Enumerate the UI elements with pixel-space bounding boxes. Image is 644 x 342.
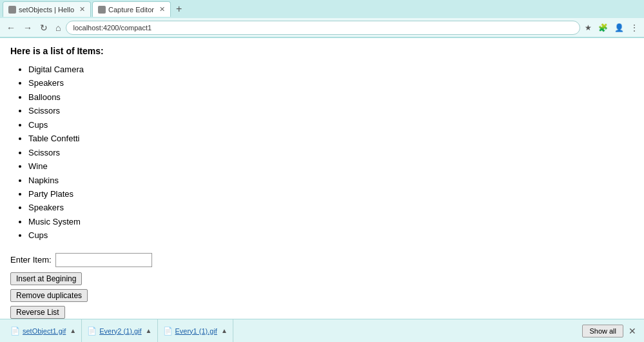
nav-right-icons: ★ 🧩 👤 ⋮	[583, 22, 640, 34]
page-content: Here is a list of Items: Digital Camera …	[0, 38, 644, 319]
list-item: Scissors	[28, 146, 634, 159]
list-item: Napkins	[28, 174, 634, 187]
download-file-icon-0: 📄	[10, 327, 20, 336]
bookmark-icon[interactable]: ★	[583, 22, 594, 34]
forward-button[interactable]: →	[21, 21, 35, 34]
list-item: Digital Camera	[28, 63, 634, 76]
address-bar[interactable]	[66, 21, 580, 35]
list-item: Table Confetti	[28, 132, 634, 145]
tab-bar: setObjects | Hello ✕ Capture Editor ✕ +	[0, 0, 644, 18]
list-item: Balloons	[28, 90, 634, 104]
download-name-1[interactable]: Every2 (1).gif	[99, 327, 141, 335]
tab-favicon-capture	[98, 6, 106, 14]
list-item: Music System	[28, 215, 634, 228]
tab-label-capture: Capture Editor	[108, 6, 154, 14]
enter-item-label: Enter Item:	[10, 255, 52, 265]
download-file-icon-2: 📄	[163, 327, 173, 336]
list-item: Speakers	[28, 76, 634, 90]
tab-label-setobjects: setObjects | Hello	[19, 6, 74, 14]
tab-setobjects[interactable]: setObjects | Hello ✕	[3, 1, 91, 17]
tab-capture-editor[interactable]: Capture Editor ✕	[92, 1, 171, 17]
item-input[interactable]	[55, 253, 152, 267]
profile-icon[interactable]: 👤	[612, 22, 626, 34]
home-button[interactable]: ⌂	[53, 21, 63, 34]
downloads-bar: 📄 setObject1.gif ▲ 📄 Every2 (1).gif ▲ 📄 …	[0, 319, 644, 342]
list-item: Scissors	[28, 104, 634, 117]
show-all-downloads-button[interactable]: Show all	[582, 325, 623, 337]
download-name-2[interactable]: Every1 (1).gif	[175, 327, 217, 335]
page-title: Here is a list of Items:	[10, 46, 634, 56]
download-name-0[interactable]: setObject1.gif	[23, 327, 66, 335]
download-item-0: 📄 setObject1.gif ▲	[5, 319, 82, 342]
enter-item-section: Enter Item:	[10, 253, 634, 267]
download-item-2: 📄 Every1 (1).gif ▲	[158, 319, 233, 342]
new-tab-button[interactable]: +	[172, 1, 186, 17]
list-item: Party Plates	[28, 187, 634, 201]
tab-close-capture[interactable]: ✕	[159, 5, 165, 14]
list-item: Speakers	[28, 201, 634, 214]
insert-at-beginning-button[interactable]: Insert at Begining	[10, 272, 82, 285]
download-chevron-0[interactable]: ▲	[70, 327, 76, 334]
nav-bar: ← → ↻ ⌂ ★ 🧩 👤 ⋮	[0, 18, 644, 37]
browser-chrome: setObjects | Hello ✕ Capture Editor ✕ + …	[0, 0, 644, 38]
list-item: Wine	[28, 159, 634, 173]
tab-close-setobjects[interactable]: ✕	[79, 5, 85, 14]
close-downloads-button[interactable]: ✕	[626, 325, 639, 337]
download-chevron-2[interactable]: ▲	[221, 327, 228, 334]
back-button[interactable]: ←	[4, 21, 18, 34]
remove-duplicates-button[interactable]: Remove duplicates	[10, 289, 88, 302]
extension-icon[interactable]: 🧩	[596, 22, 610, 34]
reverse-list-button[interactable]: Reverse List	[10, 306, 65, 319]
menu-icon[interactable]: ⋮	[629, 22, 640, 34]
download-item-1: 📄 Every2 (1).gif ▲	[82, 319, 157, 342]
list-item: Cups	[28, 118, 634, 132]
items-list: Digital Camera Speakers Balloons Scissor…	[10, 63, 634, 243]
refresh-button[interactable]: ↻	[37, 21, 50, 34]
download-file-icon-1: 📄	[87, 327, 97, 336]
download-chevron-1[interactable]: ▲	[146, 327, 152, 334]
list-item: Cups	[28, 228, 634, 242]
tab-favicon-setobjects	[8, 6, 16, 14]
